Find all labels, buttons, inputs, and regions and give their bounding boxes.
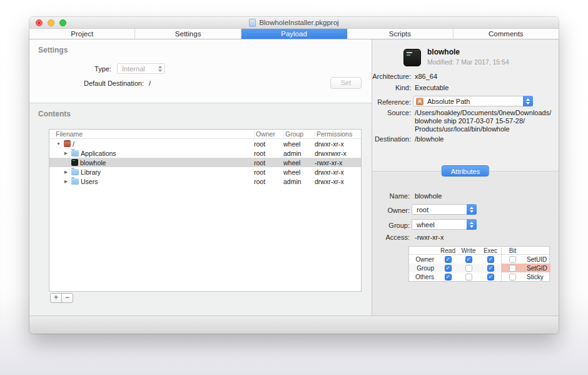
setuid-label: SetUID — [524, 255, 550, 264]
disclosure-closed-icon[interactable]: ▶ — [63, 151, 69, 156]
column-header-permissions[interactable]: Permissions — [315, 130, 361, 138]
reference-select[interactable]: A Absolute Path — [413, 96, 533, 106]
tab-bar: Project Settings Payload Scripts Comment… — [29, 29, 559, 39]
table-header-row: Filename Owner Group Permissions — [49, 130, 361, 139]
permissions-header-row: Read Write Exec Bit — [409, 247, 549, 255]
tab-comments[interactable]: Comments — [454, 29, 559, 39]
stepper-icon — [523, 96, 533, 106]
tab-payload[interactable]: Payload — [241, 29, 347, 39]
minimize-button[interactable] — [48, 19, 54, 26]
owner-cell: root — [254, 140, 283, 148]
name-value: blowhole — [415, 192, 442, 200]
permissions-cell: drwxr-xr-x — [315, 140, 361, 148]
payload-pane: Settings Type: Internal Default Destinat… — [29, 39, 372, 316]
inspector-file-name: blowhole — [427, 48, 460, 56]
owner-exec-checkbox[interactable]: ✓ — [487, 256, 494, 263]
owner-cell: root — [254, 159, 283, 167]
set-button[interactable]: Set — [330, 77, 362, 89]
owner-read-checkbox[interactable]: ✓ — [445, 256, 452, 263]
group-cell: wheel — [283, 140, 315, 148]
app-window: BlowholeInstaller.pkgproj Project Settin… — [29, 17, 559, 334]
type-label: Type: — [29, 65, 111, 73]
tab-project[interactable]: Project — [29, 29, 135, 39]
sticky-checkbox[interactable]: ✓ — [509, 274, 516, 280]
others-read-checkbox[interactable]: ✓ — [445, 274, 452, 280]
kind-value: Executable — [415, 84, 449, 91]
table-row[interactable]: ▼ / root wheel drwxr-xr-x — [49, 139, 361, 148]
group-read-checkbox[interactable]: ✓ — [445, 265, 452, 272]
reference-select-value: Absolute Path — [427, 98, 470, 105]
document-icon — [249, 19, 256, 27]
attributes-section: Attributes Name: blowhole Owner: root Gr… — [372, 171, 559, 316]
reference-label: Reference: — [372, 98, 411, 106]
filename: Library — [81, 168, 101, 176]
type-select[interactable]: Internal — [117, 63, 165, 74]
window-title: BlowholeInstaller.pkgproj — [259, 19, 338, 26]
disclosure-closed-icon[interactable]: ▶ — [63, 179, 69, 184]
sticky-label: Sticky — [524, 272, 550, 281]
access-value: -rwxr-xr-x — [415, 234, 444, 241]
column-header-group[interactable]: Group — [283, 130, 315, 138]
package-icon — [64, 140, 71, 147]
add-item-button[interactable]: + — [50, 293, 62, 303]
group-cell: wheel — [283, 159, 315, 167]
permissions-table: Read Write Exec Bit Owner ✓ ✓ ✓ ✓ SetUID — [408, 246, 550, 282]
folder-icon — [71, 178, 79, 185]
type-select-value: Internal — [122, 65, 145, 73]
executable-icon — [71, 159, 78, 166]
setuid-checkbox[interactable]: ✓ — [509, 256, 516, 263]
table-row[interactable]: ▶ Library root wheel drwxr-xr-x — [49, 167, 361, 177]
owner-select-value: root — [417, 206, 428, 213]
tab-settings[interactable]: Settings — [135, 29, 241, 39]
stepper-icon — [155, 63, 165, 74]
stepper-icon — [467, 204, 477, 215]
permissions-row-group: Group ✓ ✓ ✓ ✓ SetGID — [409, 264, 549, 272]
title-bar[interactable]: BlowholeInstaller.pkgproj — [29, 17, 559, 29]
zoom-button[interactable] — [59, 19, 66, 26]
table-row[interactable]: ▶ Applications root admin drwxrwxr-x — [49, 148, 361, 158]
settings-header: Settings — [38, 46, 68, 54]
default-destination-label: Default Destination: — [29, 80, 144, 87]
permissions-cell: -rwxr-xr-x — [315, 159, 361, 167]
contents-section: Contents Filename Owner Group Permission… — [29, 103, 372, 316]
group-cell: wheel — [283, 168, 315, 176]
permissions-cell: drwxr-xr-x — [315, 178, 361, 185]
filename: Applications — [81, 150, 116, 157]
inspector-pane: blowhole Modified: 7 Mar 2017, 15:54 Arc… — [372, 39, 559, 316]
others-exec-checkbox[interactable]: ✓ — [487, 274, 494, 280]
owner-cell: root — [254, 150, 283, 157]
column-header-owner[interactable]: Owner — [254, 130, 283, 138]
executable-file-icon — [403, 49, 421, 66]
file-info-section: blowhole Modified: 7 Mar 2017, 15:54 Arc… — [372, 39, 559, 171]
tab-scripts[interactable]: Scripts — [347, 29, 453, 39]
remove-item-button[interactable]: − — [61, 293, 73, 303]
group-write-checkbox[interactable]: ✓ — [465, 265, 472, 272]
col-bit: Bit — [501, 247, 524, 254]
group-exec-checkbox[interactable]: ✓ — [487, 265, 494, 272]
group-cell: admin — [283, 150, 315, 157]
table-row[interactable]: blowhole root wheel -rwxr-xr-x — [49, 158, 361, 167]
architecture-label: Architecture: — [372, 73, 411, 80]
col-read: Read — [438, 247, 457, 254]
stepper-icon — [467, 219, 477, 230]
others-write-checkbox[interactable]: ✓ — [465, 274, 472, 280]
payload-file-table[interactable]: Filename Owner Group Permissions ▼ / roo… — [49, 129, 362, 292]
disclosure-open-icon[interactable]: ▼ — [55, 141, 62, 146]
destination-label: Destination: — [372, 135, 411, 143]
group-select-value: wheel — [417, 221, 435, 229]
filename: / — [73, 140, 74, 148]
disclosure-closed-icon[interactable]: ▶ — [63, 170, 69, 175]
setgid-checkbox[interactable]: ✓ — [509, 265, 516, 272]
column-header-filename[interactable]: Filename — [49, 130, 254, 138]
attributes-tab-button[interactable]: Attributes — [442, 165, 489, 177]
owner-label: Owner: — [372, 207, 410, 214]
owner-write-checkbox[interactable]: ✓ — [465, 256, 472, 263]
owner-select[interactable]: root — [412, 204, 477, 215]
folder-icon — [71, 150, 79, 157]
permissions-row-others: Others ✓ ✓ ✓ ✓ Sticky — [409, 272, 549, 281]
table-row[interactable]: ▶ Users root admin drwxr-xr-x — [49, 177, 361, 186]
group-select[interactable]: wheel — [412, 219, 477, 230]
permissions-cell: drwxr-xr-x — [315, 168, 361, 176]
close-button[interactable] — [36, 19, 43, 26]
owner-cell: root — [254, 178, 283, 185]
